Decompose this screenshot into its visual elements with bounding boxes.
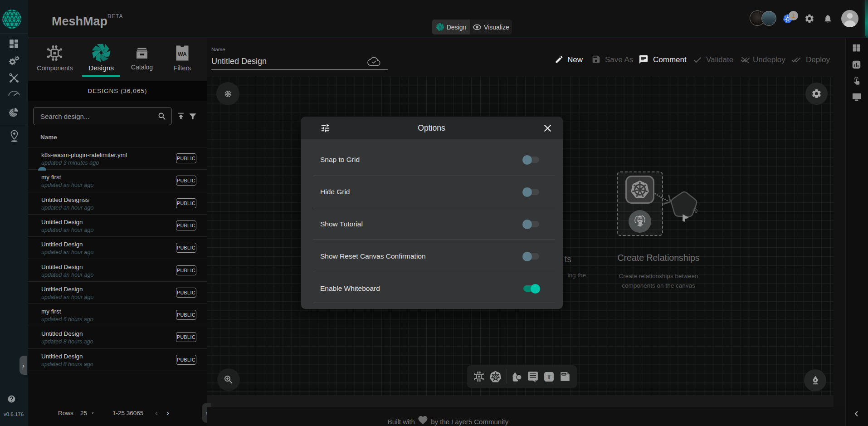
svg-text:T: T bbox=[547, 373, 551, 380]
svg-text:WA: WA bbox=[178, 51, 187, 58]
